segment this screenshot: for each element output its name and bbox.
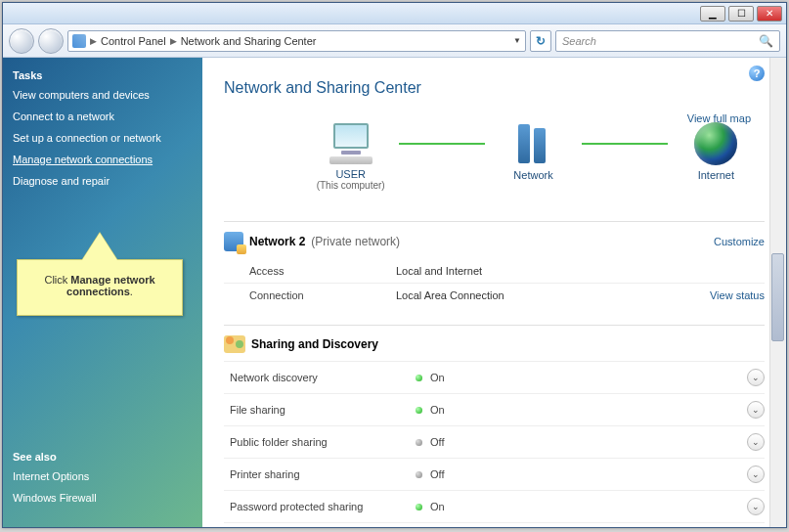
globe-icon [694,122,737,165]
sharing-row-value: On [430,372,445,383]
map-link [582,143,667,145]
sharing-row: Printer sharingOff⌄ [224,458,765,490]
maximize-button[interactable]: ☐ [728,6,754,22]
computer-icon [328,123,374,164]
callout-text-2: . [130,286,133,297]
view-full-map-link[interactable]: View full map [687,112,751,124]
sharing-row: Password protected sharingOn⌄ [224,490,765,522]
callout-text-1: Click [44,274,70,286]
breadcrumb-sep: ▶ [90,36,97,46]
tasks-header: Tasks [13,69,193,81]
help-icon[interactable]: ? [749,66,765,81]
sharing-row-label: Network discovery [230,372,416,383]
page-title: Network and Sharing Center [224,79,765,97]
see-also-header: See also [13,451,97,463]
sharing-row-label: Password protected sharing [230,501,416,512]
network-map: USER (This computer) Network Internet [302,122,765,192]
access-row: Access Local and Internet [224,259,765,283]
sharing-row: Network discoveryOn⌄ [224,361,765,393]
map-node-network[interactable]: Network [485,122,582,192]
minimize-button[interactable]: ▁ [700,6,725,22]
sharing-row: File sharingOn⌄ [224,393,765,425]
titlebar: ▁ ☐ ✕ [3,3,786,24]
network-section-header: Network 2 (Private network) Customize [224,224,765,259]
breadcrumb-control-panel[interactable]: Control Panel [101,35,166,47]
refresh-button[interactable]: ↻ [530,30,551,52]
task-setup-connection[interactable]: Set up a connection or network [13,132,193,144]
network-section: Network 2 (Private network) Customize Ac… [224,221,765,307]
view-status-link[interactable]: View status [710,289,765,301]
status-dot-icon [416,471,422,478]
task-connect-network[interactable]: Connect to a network [13,111,193,122]
network-type: (Private network) [311,235,400,248]
connection-label: Connection [249,289,396,301]
sharing-row-value: On [430,501,445,512]
seealso-internet-options[interactable]: Internet Options [13,470,97,482]
navigation-bar: ▶ Control Panel ▶ Network and Sharing Ce… [3,24,786,58]
access-label: Access [249,265,396,277]
network-device-icon [514,122,553,165]
task-manage-connections[interactable]: Manage network connections [13,154,193,165]
map-link [399,143,484,145]
access-value: Local and Internet [396,265,482,277]
network-name: Network 2 [249,235,305,248]
connection-row: Connection Local Area Connection View st… [224,283,765,307]
expand-button[interactable]: ⌄ [747,466,765,483]
sharing-row-label: Public folder sharing [230,436,416,448]
body: Tasks View computers and devices Connect… [3,58,786,527]
forward-button[interactable] [38,28,64,54]
sharing-section-header: Sharing and Discovery [224,328,765,361]
sharing-row-value: Off [430,468,444,480]
search-input[interactable]: Search 🔍 [555,30,780,52]
expand-button[interactable]: ⌄ [747,433,765,451]
node-label: USER [335,168,366,180]
control-panel-icon [72,34,86,48]
map-node-internet[interactable]: Internet [668,122,765,192]
scrollbar[interactable] [769,58,786,527]
expand-button[interactable]: ⌄ [747,369,765,386]
sidebar: Tasks View computers and devices Connect… [3,58,202,527]
see-also-section: See also Internet Options Windows Firewa… [13,451,97,513]
search-icon: 🔍 [759,34,773,48]
sharing-row-label: File sharing [230,404,416,416]
status-dot-icon [416,407,422,414]
seealso-windows-firewall[interactable]: Windows Firewall [13,492,97,504]
back-button[interactable] [9,28,34,54]
node-sublabel: (This computer) [317,180,385,191]
customize-link[interactable]: Customize [714,236,765,247]
expand-button[interactable]: ⌄ [747,401,765,419]
address-bar[interactable]: ▶ Control Panel ▶ Network and Sharing Ce… [67,30,526,52]
callout-bold: Manage network connections [66,274,154,297]
sharing-row-label: Printer sharing [230,468,416,480]
sharing-header-text: Sharing and Discovery [251,337,378,351]
sharing-row: Public folder sharingOff⌄ [224,425,765,458]
status-dot-icon [416,504,422,510]
sharing-row-value: Off [430,436,444,448]
search-placeholder: Search [562,35,596,47]
task-view-computers[interactable]: View computers and devices [13,89,193,101]
close-button[interactable]: ✕ [757,6,782,22]
status-dot-icon [416,439,422,446]
task-diagnose-repair[interactable]: Diagnose and repair [13,175,193,187]
connection-value: Local Area Connection [396,289,504,301]
status-dot-icon [416,375,422,381]
callout-arrow-icon [82,233,117,260]
sharing-discovery-icon [224,335,245,353]
map-node-this-computer[interactable]: USER (This computer) [302,123,399,191]
scrollbar-thumb[interactable] [771,253,784,341]
sharing-row: Media sharingOff⌄ [224,522,765,527]
address-dropdown-icon[interactable]: ▼ [513,36,521,45]
window-frame: ▁ ☐ ✕ ▶ Control Panel ▶ Network and Shar… [2,2,787,528]
node-label: Internet [698,169,734,181]
sharing-section: Sharing and Discovery Network discoveryO… [224,325,765,527]
breadcrumb-sep: ▶ [170,36,177,46]
node-label: Network [513,169,552,181]
breadcrumb-network-sharing[interactable]: Network and Sharing Center [181,35,317,47]
content-pane: ? Network and Sharing Center View full m… [202,58,786,527]
expand-button[interactable]: ⌄ [747,498,765,515]
instruction-callout: Click Manage network connections. [17,259,183,316]
sharing-row-value: On [430,404,445,416]
network-icon [224,232,243,251]
